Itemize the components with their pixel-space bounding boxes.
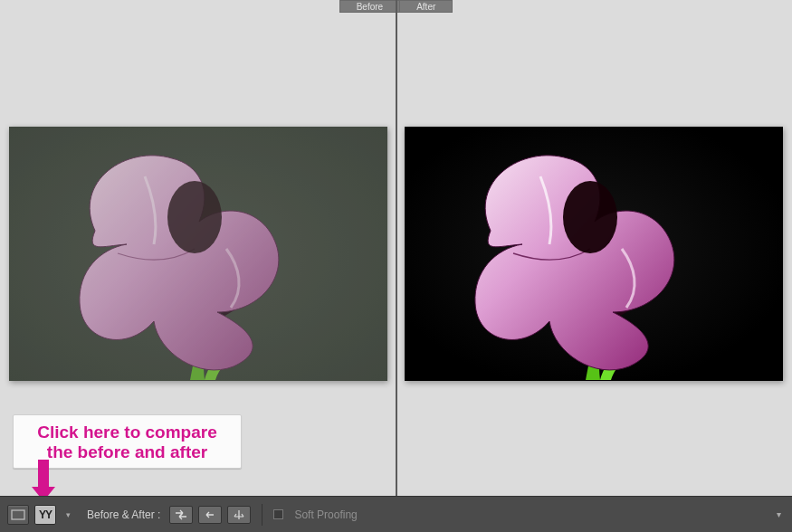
svg-rect-7 <box>12 510 24 519</box>
balance-icon <box>232 509 246 520</box>
svg-rect-3 <box>9 127 387 381</box>
copy-left-icon <box>203 509 217 520</box>
compare-view-button[interactable]: YY <box>34 505 56 525</box>
swap-arrows-icon <box>174 509 188 520</box>
image-after <box>405 127 783 381</box>
svg-point-6 <box>563 181 617 253</box>
tab-after[interactable]: After <box>400 0 453 13</box>
before-after-label: Before & After : <box>87 508 160 521</box>
compare-icon: YY <box>37 508 53 521</box>
bottom-toolbar: YY ▾ Before & After : Soft Proofing ▾ <box>0 496 792 532</box>
view-mode-menu-button[interactable]: ▾ <box>62 505 74 525</box>
loupe-view-button[interactable] <box>7 505 29 525</box>
loupe-icon <box>11 509 25 520</box>
soft-proofing-checkbox[interactable] <box>273 509 283 519</box>
pane-divider <box>396 0 397 496</box>
image-before <box>9 127 387 381</box>
soft-proofing-label: Soft Proofing <box>294 508 357 521</box>
copy-before-settings-button[interactable] <box>198 506 222 524</box>
toolbar-separator <box>262 504 262 526</box>
toolbar-more-button[interactable]: ▾ <box>777 509 785 519</box>
tab-before[interactable]: Before <box>339 0 400 13</box>
copy-after-settings-button[interactable] <box>227 506 251 524</box>
swap-before-after-button[interactable] <box>169 506 193 524</box>
instruction-text: Click here to compare the before and aft… <box>23 423 232 462</box>
